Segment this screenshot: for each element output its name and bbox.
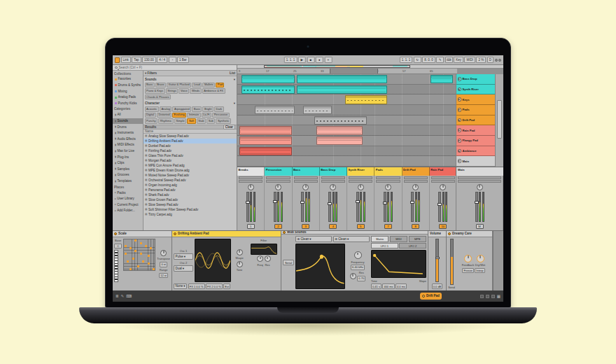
current-device-chip[interactable]: Drift Pad [420, 293, 442, 300]
sidebar-item-category[interactable]: ▮Sounds [113, 118, 143, 125]
feedback-knob[interactable] [464, 255, 472, 262]
send-slider[interactable] [450, 239, 454, 285]
browser-result-item[interactable]: ▤Organ Incoming.adg [144, 183, 237, 188]
scale-grid-cell[interactable] [150, 247, 152, 249]
scale-grid-cell[interactable] [130, 247, 132, 249]
arrangement-clip[interactable] [316, 136, 363, 145]
filter-tag[interactable]: Bass [145, 83, 155, 88]
track-number-badge[interactable]: 7 [384, 224, 392, 229]
io-routing-box[interactable] [376, 180, 400, 183]
device-chip-toggle[interactable] [422, 295, 425, 298]
list-view-toggle[interactable]: List [230, 71, 235, 76]
filter-tag[interactable]: Bass [192, 106, 202, 112]
filter-tag[interactable]: Winds [190, 88, 201, 94]
metronome-toggle[interactable]: ◔ [169, 57, 176, 63]
overview-view-window[interactable] [264, 65, 410, 68]
filters-header[interactable]: ▾ Filters List [144, 71, 237, 76]
filter-tag[interactable]: Mallets [202, 83, 215, 88]
pan-knob[interactable] [412, 184, 419, 190]
filter-tag[interactable]: Acoustic [145, 106, 159, 112]
fader-handle[interactable] [328, 202, 332, 205]
io-routing-box[interactable] [239, 180, 262, 183]
track-number-badge[interactable]: 1 [247, 224, 255, 229]
loop-start-field[interactable]: 1. 1. 1 [400, 57, 413, 64]
dry-wet-knob[interactable] [477, 255, 484, 262]
filter-tag[interactable]: Voice [178, 88, 189, 94]
sidebar-item-place[interactable]: ▸Current Project [113, 202, 143, 208]
browser-result-item[interactable]: ▤Soft Shimmer Filter Sweep Pad.adv [144, 207, 237, 212]
scale-grid[interactable] [123, 239, 155, 271]
osc1-wave-select[interactable]: Pulse▾ [174, 253, 193, 260]
sidebar-item-collection[interactable]: Drums & Synths [113, 83, 143, 89]
track-header[interactable]: Bass Drop [456, 74, 495, 85]
sidebar-item-collection[interactable]: Analog Pads [113, 94, 143, 101]
fader-handle[interactable] [475, 201, 479, 204]
scale-grid-cell[interactable] [140, 242, 142, 244]
stop-button[interactable]: ■ [307, 57, 314, 63]
io-routing-box[interactable] [431, 180, 455, 183]
device-title-bar[interactable]: Dreamy Care [447, 231, 492, 237]
track-number-badge[interactable]: 10 [439, 224, 447, 229]
volume-fader[interactable] [475, 192, 478, 222]
vertical-scrollbar-thumb[interactable] [497, 100, 502, 139]
scale-grid-cell[interactable] [125, 253, 127, 255]
lfo-slope-value[interactable]: 4.0 ms [396, 284, 407, 289]
track-number-badge[interactable]: 2 [274, 224, 282, 229]
filter-tag[interactable]: Soft [187, 118, 195, 124]
browser-result-item[interactable]: ▤Slow Grown Pad.adv [144, 197, 237, 202]
loop-region[interactable] [330, 69, 378, 74]
lfo-time-slope-display[interactable] [371, 250, 426, 279]
link-indicator[interactable] [115, 57, 120, 63]
filter-tag[interactable]: Lead [192, 83, 202, 88]
arrangement-clip[interactable] [297, 75, 387, 83]
stage2-type-select[interactable]: ⊕Clean▾ [333, 236, 370, 242]
sidebar-item-category[interactable]: ▮Samples [113, 166, 143, 172]
search-input[interactable]: Search (Ctrl + F) [113, 65, 237, 71]
overdub-button[interactable]: + [324, 57, 332, 63]
sidebar-item-category[interactable]: ▮Plug-Ins [113, 154, 143, 160]
browser-result-item[interactable]: ▤Morgan Pad.adv [144, 158, 237, 163]
arrangement-clip[interactable] [241, 85, 294, 94]
pan-knob[interactable] [302, 184, 309, 190]
track-arm-icon[interactable] [458, 139, 462, 143]
scale-grid-cell[interactable] [134, 239, 136, 241]
pan-knob[interactable] [440, 184, 446, 190]
volume-fader[interactable] [438, 192, 441, 222]
browser-result-item[interactable]: ▤Orchestral Sweep Pad.adv [144, 178, 237, 183]
arrangement-clip[interactable] [314, 116, 367, 125]
filter-tag[interactable]: Percussive [212, 113, 230, 118]
scale-grid-cell[interactable] [134, 250, 136, 252]
mixer-track-title[interactable]: Percussion [265, 167, 292, 176]
record-button[interactable]: ● [316, 57, 323, 63]
io-routing-box[interactable] [266, 180, 290, 183]
lfo-time-value[interactable]: 0.41 s [371, 284, 382, 289]
shape-knob[interactable] [237, 249, 243, 255]
volume-fader[interactable] [246, 192, 249, 222]
io-routing-box[interactable] [239, 176, 262, 179]
io-routing-box[interactable] [349, 176, 372, 179]
sidebar-item-category[interactable]: ▮Clips [113, 160, 143, 167]
io-routing-box[interactable] [294, 176, 318, 179]
filter-tag[interactable]: Rhythmic [158, 118, 174, 124]
device-on-toggle[interactable] [114, 232, 117, 235]
volume-fader[interactable] [356, 192, 359, 222]
track-header[interactable]: Pads [456, 105, 495, 115]
routing-mode-select[interactable]: Serial [283, 260, 294, 265]
ext-mod-toggle[interactable]: Ext [223, 284, 230, 289]
browser-result-item[interactable]: ▤Tizzy Carpet.adg [144, 212, 237, 217]
mixer-track-title[interactable]: Rain Pad [430, 167, 457, 176]
filter-tag[interactable]: Digital [145, 113, 156, 118]
filter-tag[interactable]: Pad [216, 83, 224, 88]
sidebar-item-place[interactable]: ▸User Library [113, 196, 143, 202]
volume-slider-handle[interactable] [435, 257, 440, 259]
browser-result-item[interactable]: ▤Analog Slow Sweep Pad.adv [144, 134, 237, 139]
time-signature-field[interactable]: 4 / 4 [157, 57, 167, 64]
track-number-badge[interactable]: 3 [302, 224, 309, 229]
beat-time-ruler[interactable]: 917253341495765 [237, 69, 457, 74]
transpose-knob[interactable] [160, 250, 167, 256]
browser-result-item[interactable]: ▤MPE Dream Krain Drone.adg [144, 168, 237, 173]
track-arm-icon[interactable] [458, 149, 462, 153]
play-button[interactable]: ▶ [298, 57, 306, 63]
arrangement-clip[interactable] [241, 75, 294, 83]
browser-result-item[interactable]: ▤Drifting Ambient Pad.adv [144, 139, 237, 144]
